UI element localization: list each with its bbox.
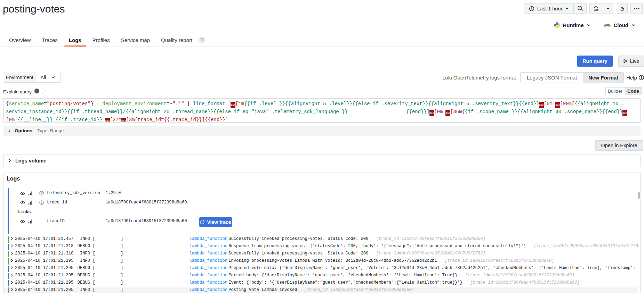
- svg-text:aws: aws: [604, 23, 610, 26]
- svg-text:S: S: [41, 201, 43, 204]
- svg-text:S: S: [41, 192, 43, 195]
